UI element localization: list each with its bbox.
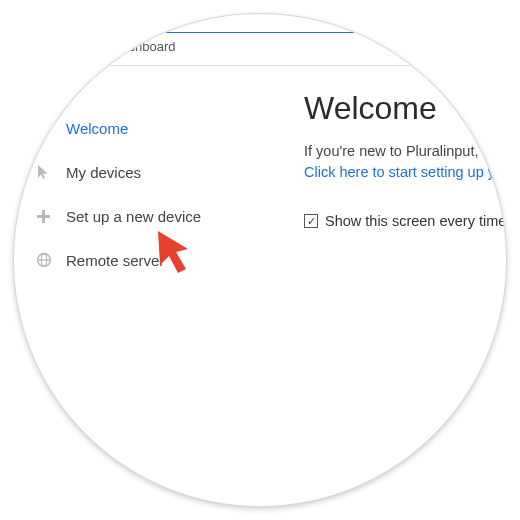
sidebar-item-label: My devices [66, 164, 141, 181]
sidebar-item-label: Welcome [66, 120, 128, 137]
window-titlebar: Dashboard [14, 32, 506, 66]
sidebar-item-label: Set up a new device [66, 208, 201, 225]
show-on-start-checkbox[interactable]: ✓ [304, 214, 318, 228]
page-title: Welcome [304, 90, 506, 127]
sidebar-item-setup-device[interactable]: Set up a new device [14, 194, 274, 238]
main-content: Welcome If you're new to Pluralinput, th… [304, 90, 506, 229]
svg-rect-1 [37, 215, 50, 218]
window-title: Dashboard [112, 39, 176, 54]
sidebar-item-welcome[interactable]: Welcome [14, 106, 274, 150]
globe-icon [36, 252, 66, 268]
sidebar-item-label: Remote server [66, 252, 164, 269]
checkbox-label: Show this screen every time the [325, 213, 506, 229]
sidebar: Welcome My devices Set up a new device R… [14, 66, 274, 282]
cursor-icon [36, 164, 66, 180]
plus-icon [36, 209, 66, 224]
sidebar-item-remote-server[interactable]: Remote server [14, 238, 274, 282]
intro-text: If you're new to Pluralinput, the [304, 141, 506, 162]
setup-link[interactable]: Click here to start setting up your [304, 164, 506, 180]
sidebar-item-my-devices[interactable]: My devices [14, 150, 274, 194]
